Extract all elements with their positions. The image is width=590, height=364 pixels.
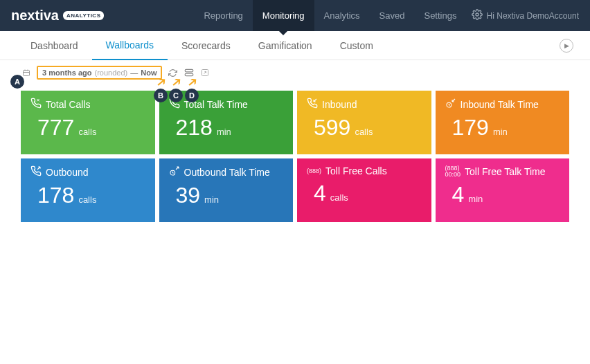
tile-unit: min <box>217 127 231 137</box>
nav-reporting[interactable]: Reporting <box>194 0 252 31</box>
nav-analytics[interactable]: Analytics <box>314 0 370 31</box>
refresh-icon[interactable] <box>168 68 178 78</box>
rows-icon[interactable] <box>184 68 194 78</box>
tile-title: Outbound Talk Time <box>184 167 270 178</box>
svg-rect-3 <box>185 73 193 76</box>
tile-value: 218 <box>176 115 213 140</box>
phone-outbound-icon <box>30 165 42 179</box>
nav-settings[interactable]: Settings <box>414 0 466 31</box>
outbound-time-icon <box>169 165 180 179</box>
top-bar: nextiva ANALYTICS Reporting Monitoring A… <box>0 0 590 31</box>
tile-title: Outbound <box>46 167 89 178</box>
tile-unit: calls <box>78 194 96 205</box>
date-range-picker[interactable]: 3 months ago (rounded) — Now <box>37 66 162 80</box>
tile-value: 599 <box>314 115 350 140</box>
tollfree-icon: (888) <box>307 167 321 174</box>
brand-text-post: tiva <box>35 8 58 24</box>
tile-title: Inbound Talk Time <box>461 99 539 110</box>
tile-unit: calls <box>330 192 348 203</box>
tile-title: Toll Free Calls <box>325 165 387 176</box>
phone-sum-icon <box>30 98 42 111</box>
marker-d: D <box>185 89 199 102</box>
date-range-start: 3 months ago <box>42 69 92 77</box>
wallboard-content: Total Calls 777 calls Total Talk Time 21… <box>0 84 590 236</box>
tile-total-calls[interactable]: Total Calls 777 calls <box>21 91 155 154</box>
tile-tollfree-calls[interactable]: (888) Toll Free Calls 4 calls <box>297 158 431 222</box>
brand-badge: ANALYTICS <box>63 11 105 20</box>
user-menu[interactable]: Hi Nextiva DemoAccount <box>472 9 579 22</box>
tile-value: 4 <box>452 182 465 208</box>
primary-nav: Reporting Monitoring Analytics Saved Set… <box>194 0 466 31</box>
svg-rect-2 <box>185 69 193 72</box>
toolbar: 3 months ago (rounded) — Now <box>0 60 590 84</box>
popout-icon[interactable] <box>199 68 210 78</box>
tab-custom[interactable]: Custom <box>326 31 387 60</box>
tab-dashboard[interactable]: Dashboard <box>17 31 92 60</box>
date-range-rounded: (rounded) <box>95 69 128 77</box>
tile-title: Toll Free Talk Time <box>465 166 545 177</box>
tile-inbound-talk-time[interactable]: Inbound Talk Time 179 min <box>436 91 570 154</box>
tile-title: Inbound <box>322 99 357 110</box>
tab-scorecards[interactable]: Scorecards <box>168 31 244 60</box>
tile-value: 178 <box>37 183 74 208</box>
tile-outbound-talk-time[interactable]: Outbound Talk Time 39 min <box>159 158 294 222</box>
sub-tabs: Dashboard Wallboards Scorecards Gamifica… <box>0 31 590 60</box>
tile-unit: min <box>204 194 219 205</box>
marker-b: B <box>154 89 168 102</box>
tile-unit: min <box>493 127 508 137</box>
tile-unit: calls <box>355 127 373 137</box>
marker-c: C <box>169 89 183 102</box>
tile-tollfree-talk-time[interactable]: (888) 00:00 Toll Free Talk Time 4 min <box>436 158 570 222</box>
marker-a: A <box>10 75 24 89</box>
tile-outbound[interactable]: Outbound 178 calls <box>21 158 155 222</box>
phone-inbound-icon <box>307 98 318 111</box>
tollfree-time-icon: (888) 00:00 <box>445 165 461 178</box>
tile-value: 777 <box>37 115 74 140</box>
tile-unit: min <box>468 194 483 204</box>
inbound-time-icon <box>445 98 456 111</box>
play-icon[interactable]: ▶ <box>560 39 573 53</box>
brand-text-pre: ne <box>11 8 27 24</box>
tile-inbound[interactable]: Inbound 599 calls <box>297 91 431 154</box>
nav-monitoring[interactable]: Monitoring <box>253 0 314 31</box>
tile-title: Total Calls <box>46 99 91 110</box>
brand-logo: nextiva ANALYTICS <box>11 8 104 24</box>
tile-value: 4 <box>314 181 326 206</box>
tile-value: 179 <box>452 115 489 140</box>
gear-icon <box>472 9 483 22</box>
svg-point-0 <box>476 13 479 16</box>
nav-saved[interactable]: Saved <box>370 0 415 31</box>
tile-value: 39 <box>176 183 201 208</box>
svg-rect-1 <box>23 71 29 76</box>
user-label: Hi Nextiva DemoAccount <box>487 11 579 21</box>
tile-unit: calls <box>78 127 96 137</box>
date-range-sep: — <box>130 69 138 77</box>
tab-wallboards[interactable]: Wallboards <box>92 31 168 60</box>
brand-text-x: x <box>27 8 35 24</box>
tile-grid: Total Calls 777 calls Total Talk Time 21… <box>21 91 569 222</box>
date-range-end: Now <box>141 69 157 77</box>
